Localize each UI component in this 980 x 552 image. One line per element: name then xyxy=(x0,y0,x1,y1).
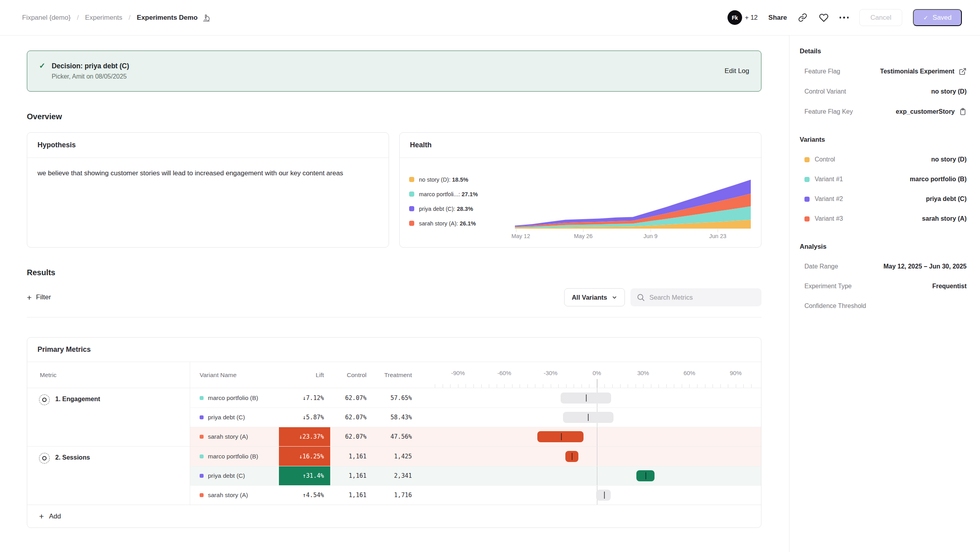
add-filter-button[interactable]: + Filter xyxy=(27,293,51,302)
axis-tick xyxy=(551,384,551,388)
table-row[interactable]: marco portfolio (B) ↓7.12% 62.07% 57.65% xyxy=(190,388,761,407)
cancel-button[interactable]: Cancel xyxy=(859,9,902,26)
edit-log-button[interactable]: Edit Log xyxy=(725,67,749,75)
top-actions: Fk + 12 Share Cancel ✓Saved xyxy=(728,9,962,26)
variant-name-cell: sarah story (A) xyxy=(190,433,279,440)
search-metrics xyxy=(630,288,761,306)
saved-button[interactable]: ✓Saved xyxy=(913,9,962,26)
detail-row: Feature Flag Key exp_customerStory xyxy=(800,108,967,115)
axis-tick xyxy=(628,384,628,388)
metric-rows: marco portfolio (B) ↓7.12% 62.07% 57.65%… xyxy=(190,388,761,446)
control-cell: 1,161 xyxy=(330,453,374,460)
axis-tick xyxy=(736,384,736,388)
axis-tick xyxy=(612,384,613,388)
overview-heading: Overview xyxy=(27,112,761,121)
axis-tick xyxy=(558,384,559,388)
top-bar: Fixpanel {demo} / Experiments / Experime… xyxy=(0,0,980,36)
variant-name-cell: marco portfolio (B) xyxy=(190,453,279,460)
health-area-chart xyxy=(515,170,751,229)
check-icon: ✓ xyxy=(39,61,45,70)
health-legend-item: no story (D): 18.5% xyxy=(409,176,515,183)
control-cell: 62.07% xyxy=(330,433,374,440)
page-body: ✓ Decision: priya debt (C) Picker, Amit … xyxy=(0,36,980,552)
lift-cell: ↓16.25% xyxy=(279,447,330,466)
table-row[interactable]: priya debt (C) ↑31.4% 1,161 2,341 xyxy=(190,466,761,485)
x-axis-tick xyxy=(651,229,651,232)
analysis-row: Experiment Type Frequentist xyxy=(800,283,967,290)
collaborator-count: + 12 xyxy=(745,14,758,21)
axis-tick xyxy=(566,384,567,388)
column-control: Control xyxy=(330,372,374,379)
lift-cell: ↑4.54% xyxy=(279,486,330,505)
column-metric: Metric xyxy=(27,362,190,388)
avatar[interactable]: Fk xyxy=(728,10,742,25)
x-axis-label: May 26 xyxy=(574,233,593,239)
check-icon: ✓ xyxy=(923,14,928,21)
table-row[interactable]: marco portfolio (B) ↓16.25% 1,161 1,425 xyxy=(190,447,761,466)
details-sidebar: Details Feature Flag Testimonials Experi… xyxy=(789,36,980,552)
share-button[interactable]: Share xyxy=(769,14,787,22)
detail-row: Feature Flag Testimonials Experiment xyxy=(800,68,967,75)
variant-value: marco portfolio (B) xyxy=(910,176,967,183)
search-metrics-input[interactable] xyxy=(630,288,761,306)
breadcrumb-separator: / xyxy=(77,14,79,22)
table-row[interactable]: sarah story (A) ↓23.37% 62.07% 47.56% xyxy=(190,427,761,446)
collaborators[interactable]: Fk + 12 xyxy=(728,10,758,25)
metric-group: 2. Sessions marco portfolio (B) ↓16.25% … xyxy=(27,446,761,505)
variant-row: Variant #1 marco portfolio (B) xyxy=(800,176,967,183)
table-row[interactable]: sarah story (A) ↑4.54% 1,161 1,716 xyxy=(190,485,761,505)
lift-cell: ↓7.12% xyxy=(279,388,330,407)
breadcrumb-project[interactable]: Fixpanel {demo} xyxy=(22,14,71,22)
axis-tick xyxy=(658,384,659,388)
confidence-interval-bar xyxy=(561,392,611,404)
variant-value: no story (D) xyxy=(931,156,967,163)
analysis-section: Analysis Date Range May 12, 2025 – Jun 3… xyxy=(800,243,967,310)
copy-clipboard-icon[interactable] xyxy=(959,108,967,115)
metric-cell[interactable]: 1. Engagement xyxy=(27,388,190,446)
axis-tick xyxy=(520,384,520,388)
column-variant-name: Variant Name xyxy=(190,372,279,379)
control-cell: 1,161 xyxy=(330,492,374,499)
lift-tick xyxy=(588,414,589,421)
variants-dropdown[interactable]: All Variants xyxy=(564,288,625,306)
app: Fixpanel {demo} / Experiments / Experime… xyxy=(0,0,980,552)
results-controls: All Variants xyxy=(564,288,761,306)
axis-tick xyxy=(582,384,582,388)
detail-value: no story (D) xyxy=(931,88,967,95)
confidence-interval-plot xyxy=(419,427,761,446)
axis-tick xyxy=(597,379,597,388)
detail-label: Feature Flag xyxy=(804,68,840,75)
treatment-cell: 47.56% xyxy=(374,433,419,440)
primary-metrics-title: Primary Metrics xyxy=(27,338,761,362)
analysis-label: Date Range xyxy=(804,263,838,270)
detail-row: Control Variant no story (D) xyxy=(800,88,967,95)
copy-link-icon[interactable] xyxy=(798,13,808,23)
variant-color-dot xyxy=(200,474,204,478)
external-link-icon[interactable] xyxy=(959,68,967,75)
axis-tick xyxy=(728,384,728,388)
variant-name-cell: marco portfolio (B) xyxy=(190,394,279,402)
decision-title: Decision: priya debt (C) xyxy=(52,62,129,70)
breadcrumb-experiments[interactable]: Experiments xyxy=(85,14,122,22)
more-options-icon[interactable] xyxy=(840,17,849,19)
decision-text: Decision: priya debt (C) Picker, Amit on… xyxy=(52,62,129,80)
axis-tick xyxy=(497,384,497,388)
health-body: no story (D): 18.5%marco portfoli...: 27… xyxy=(400,158,761,247)
add-metric-button[interactable]: + Add xyxy=(27,505,761,528)
axis-label: 90% xyxy=(730,370,742,376)
zero-line xyxy=(597,466,597,485)
hypothesis-title: Hypothesis xyxy=(27,133,389,158)
axis-tick xyxy=(666,384,667,388)
hypothesis-card: Hypothesis we believe that showing custo… xyxy=(27,132,389,248)
metric-cell[interactable]: 2. Sessions xyxy=(27,447,190,505)
breadcrumb-separator: / xyxy=(129,14,131,22)
toolbar-divider xyxy=(27,317,761,317)
favorite-heart-icon[interactable] xyxy=(819,13,829,23)
axis-tick xyxy=(443,384,443,388)
zero-line xyxy=(597,427,597,446)
variant-label: Variant #1 xyxy=(804,176,843,183)
variant-color-dot xyxy=(200,415,204,419)
table-row[interactable]: priya debt (C) ↓5.87% 62.07% 58.43% xyxy=(190,407,761,427)
axis-tick xyxy=(604,384,605,388)
confidence-interval-plot xyxy=(419,466,761,485)
